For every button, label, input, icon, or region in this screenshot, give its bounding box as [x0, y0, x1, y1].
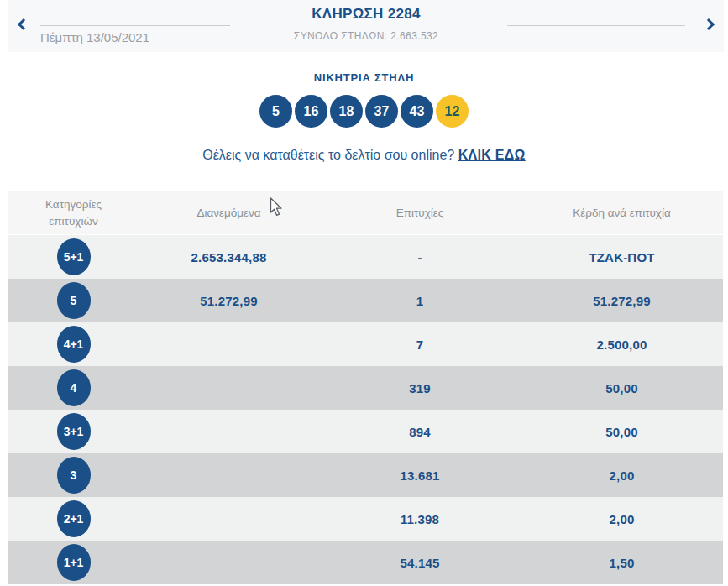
joker-ball: 12 [436, 95, 469, 128]
table-row: 5 51.272,99 1 51.272,99 [8, 279, 723, 322]
category-badge: 1+1 [57, 544, 91, 581]
table-row: 3+1 894 50,00 [8, 410, 723, 453]
winners-value: - [319, 250, 521, 264]
next-draw-button[interactable] [700, 17, 717, 34]
prize-value: ΤΖΑΚ-ΠΟΤ [521, 250, 723, 264]
category-badge: 5 [57, 282, 91, 319]
results-table: Κατηγορίες επιτυχιών Διανεμόμενα Επιτυχί… [8, 191, 723, 584]
winners-value: 7 [319, 337, 521, 352]
number-ball: 43 [401, 95, 433, 128]
column-header-distributed: Διανεμόμενα [139, 205, 319, 222]
distributed-value: 51.272,99 [139, 294, 319, 308]
prize-value: 51.272,99 [521, 294, 723, 308]
prize-value: 1,50 [521, 556, 723, 570]
category-cell: 1+1 [8, 544, 139, 581]
winners-value: 1 [319, 294, 521, 308]
category-cell: 5 [8, 282, 139, 319]
number-ball: 16 [295, 95, 327, 128]
mouse-cursor [270, 197, 285, 217]
table-row: 4 319 50,00 [8, 366, 723, 410]
table-row: 5+1 2.653.344,88 - ΤΖΑΚ-ΠΟΤ [8, 235, 723, 279]
draw-center-block: ΚΛΗΡΩΣΗ 2284 ΣΥΝΟΛΟ ΣΤΗΛΩΝ: 2.663.532 [8, 6, 724, 42]
online-link[interactable]: ΚΛΙΚ ΕΔΩ [458, 148, 526, 162]
prize-value: 50,00 [521, 425, 723, 439]
winning-numbers: 51618374312 [0, 95, 728, 128]
results-table-header: Κατηγορίες επιτυχιών Διανεμόμενα Επιτυχί… [8, 191, 723, 235]
prize-value: 50,00 [521, 381, 723, 395]
category-cell: 2+1 [8, 500, 139, 537]
online-prompt: Θέλεις να καταθέτεις το δελτίο σου onlin… [0, 148, 728, 163]
category-badge: 5+1 [57, 238, 91, 275]
prize-value: 2.500,00 [521, 337, 723, 352]
draw-header: Πέμπτη 13/05/2021 ΚΛΗΡΩΣΗ 2284 ΣΥΝΟΛΟ ΣΤ… [8, 0, 724, 52]
column-header-prize: Κέρδη ανά επιτυχία [521, 205, 723, 222]
category-badge: 2+1 [57, 500, 91, 537]
winners-value: 13.681 [319, 468, 521, 483]
category-badge: 3+1 [57, 413, 91, 450]
number-ball: 37 [365, 95, 398, 128]
table-row: 3 13.681 2,00 [8, 453, 723, 497]
prize-value: 2,00 [521, 512, 723, 526]
prize-value: 2,00 [521, 468, 723, 483]
winners-value: 894 [319, 425, 521, 439]
table-row: 4+1 7 2.500,00 [8, 322, 723, 366]
category-cell: 4 [8, 369, 139, 406]
winners-value: 11.398 [319, 512, 521, 526]
number-ball: 5 [259, 95, 292, 128]
number-ball: 18 [330, 95, 363, 128]
category-badge: 3 [57, 457, 91, 494]
winners-value: 54.145 [319, 556, 521, 570]
category-cell: 5+1 [8, 238, 139, 275]
winning-column-title: ΝΙΚΗΤΡΙΑ ΣΤΗΛΗ [0, 71, 728, 84]
category-badge: 4+1 [57, 326, 91, 363]
draw-title: ΚΛΗΡΩΣΗ 2284 [8, 6, 724, 23]
chevron-right-icon [703, 18, 715, 30]
category-cell: 3 [8, 457, 139, 494]
category-badge: 4 [57, 369, 91, 406]
distributed-value: 2.653.344,88 [139, 250, 319, 264]
total-columns-label: ΣΥΝΟΛΟ ΣΤΗΛΩΝ: 2.663.532 [8, 30, 724, 42]
column-header-winners: Επιτυχίες [319, 205, 521, 222]
divider-line-right [507, 25, 685, 26]
category-cell: 3+1 [8, 413, 139, 450]
results-table-body: 5+1 2.653.344,88 - ΤΖΑΚ-ΠΟΤ 5 51.272,99 … [8, 235, 723, 584]
online-prompt-text: Θέλεις να καταθέτεις το δελτίο σου onlin… [202, 148, 454, 162]
category-cell: 4+1 [8, 326, 139, 363]
column-header-categories: Κατηγορίες επιτυχιών [8, 196, 139, 229]
winners-value: 319 [319, 381, 521, 395]
table-row: 2+1 11.398 2,00 [8, 497, 723, 541]
table-row: 1+1 54.145 1,50 [8, 541, 723, 584]
